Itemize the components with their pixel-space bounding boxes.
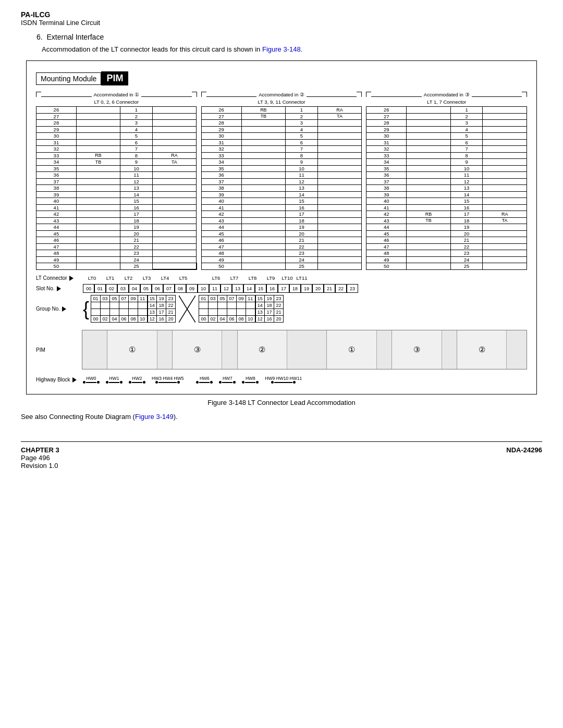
pim-visual-label: PIM	[36, 347, 82, 353]
see-also-link[interactable]: Figure 3-149	[135, 413, 174, 421]
connector-table-1: 261 272 283 294 305 316 327 33RB8RA 34TB…	[36, 106, 197, 270]
slot-20: 20	[312, 284, 324, 293]
pim-block-empty1	[82, 330, 107, 369]
diagram-box: Mounting Module PIM Accommodated in ① LT…	[26, 60, 537, 394]
slot-10: 10	[198, 284, 209, 293]
figure-caption: Figure 3-148 LT Connector Lead Accommoda…	[21, 399, 542, 406]
slot-01: 01	[94, 284, 106, 293]
hw6-group: HW6	[196, 376, 213, 384]
slot-00: 00	[83, 284, 94, 293]
group-row: Group No. { 010305070911 151923	[36, 295, 527, 323]
hw91011-group: HW9 HW10 HW11	[265, 376, 302, 384]
footer: CHAPTER 3 Page 496 Revision 1.0 NDA-2429…	[21, 441, 542, 470]
slot-14: 14	[243, 284, 255, 293]
bottom-diagram: LT Connector LT0 LT1 LT2 LT3 LT4 LT5 LT6…	[36, 275, 527, 384]
hw0-group: HW0	[83, 376, 100, 384]
connector-section-3: Accommodated in ③ LT 1, 7 Connector 261 …	[366, 92, 527, 270]
highway-arrow-icon	[72, 377, 77, 382]
pim-label-box: PIM	[101, 71, 128, 85]
slot-11: 11	[209, 284, 221, 293]
lt-arrow-icon	[69, 276, 74, 281]
see-also: See also Connecting Route Diagram (Figur…	[21, 413, 542, 421]
hw345-group: HW3 HW4 HW5	[152, 376, 183, 384]
group-arrow-icon	[62, 306, 66, 312]
slot-arrow-icon	[57, 286, 61, 291]
connector-section-2: Accommodated in ② LT 3, 9, 11 Connector …	[201, 92, 362, 270]
lt-connector-row: LT Connector LT0 LT1 LT2 LT3 LT4 LT5 LT6…	[36, 275, 527, 281]
header-subtitle: ISDN Terminal Line Circuit	[21, 19, 542, 27]
slot-06: 06	[152, 284, 163, 293]
pim-block-empty6	[442, 330, 457, 369]
slot-15: 15	[255, 284, 266, 293]
section-heading: 6. External Interface	[36, 33, 542, 41]
slot-08: 08	[175, 284, 186, 293]
slot-23: 23	[347, 284, 358, 293]
hw2-group: HW2	[129, 376, 145, 384]
slot-22: 22	[335, 284, 347, 293]
connector-table-3: 261 272 283 294 305 316 327 338 349 3510…	[366, 106, 527, 270]
slot-17: 17	[278, 284, 289, 293]
intro-text: Accommodation of the LT connector leads …	[42, 45, 542, 53]
pim-block-2a: ②	[238, 330, 287, 369]
mounting-module-label: Mounting Module	[36, 72, 101, 85]
hw8-group: HW8	[242, 376, 259, 384]
hw1-group: HW1	[106, 376, 123, 384]
slot-label: Slot No.	[36, 286, 55, 291]
pim-block-empty2	[157, 330, 173, 369]
slot-16: 16	[266, 284, 278, 293]
pim-block-empty5	[377, 330, 392, 369]
lt-connector-label: LT Connector	[36, 275, 67, 281]
highway-label: Highway Block	[36, 377, 82, 382]
group-label: Group No.	[36, 306, 60, 312]
pim-block-2b: ②	[457, 330, 507, 369]
slot-13: 13	[232, 284, 243, 293]
slot-04: 04	[129, 284, 140, 293]
connector-table-2: 26RB1RA 27TB2TA 283 294 305 316 327 338 …	[201, 106, 362, 270]
pim-block-empty7	[507, 330, 527, 369]
pim-visual-blocks: ① ③ ② ① ③ ②	[82, 330, 527, 369]
slot-09: 09	[186, 284, 198, 293]
connectors-area: Accommodated in ① LT 0, 2, 6 Connector 2…	[36, 92, 527, 270]
slot-19: 19	[301, 284, 312, 293]
footer-left: CHAPTER 3 Page 496 Revision 1.0	[21, 446, 59, 470]
slot-12: 12	[221, 284, 232, 293]
footer-right: NDA-24296	[506, 446, 542, 470]
slot-18: 18	[289, 284, 301, 293]
pim-visual-row: PIM ① ③ ② ① ③ ②	[36, 329, 527, 371]
connector-section-1: Accommodated in ① LT 0, 2, 6 Connector 2…	[36, 92, 197, 270]
revision-label: Revision 1.0	[21, 462, 59, 470]
chapter-label: CHAPTER 3	[21, 446, 59, 454]
pim-block-empty3	[222, 330, 237, 369]
highway-row: Highway Block HW0	[36, 376, 527, 384]
pim-block-1: ①	[107, 330, 157, 369]
slot-03: 03	[117, 284, 129, 293]
pim-block-3a: ③	[173, 330, 222, 369]
pim-block-empty4	[287, 330, 327, 369]
slot-row: Slot No. 00 01 02 03 04 05 06 07 08 09 1…	[36, 284, 527, 293]
figure-link[interactable]: Figure 3-148	[262, 45, 301, 53]
slot-05: 05	[140, 284, 152, 293]
mounting-module-header: Mounting Module PIM	[36, 71, 527, 85]
slot-21: 21	[324, 284, 335, 293]
hw7-group: HW7	[219, 376, 236, 384]
pim-block-3b: ③	[392, 330, 442, 369]
slot-02: 02	[106, 284, 117, 293]
highway-content: HW0 HW1	[82, 376, 303, 384]
slot-07: 07	[163, 284, 175, 293]
header-title: PA-ILCG	[21, 10, 542, 19]
pim-block-1b: ①	[327, 330, 376, 369]
page-label: Page 496	[21, 454, 59, 462]
